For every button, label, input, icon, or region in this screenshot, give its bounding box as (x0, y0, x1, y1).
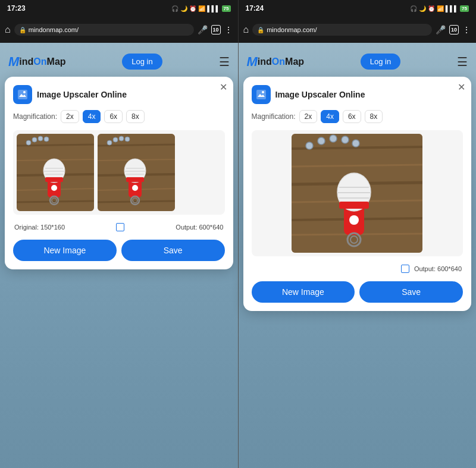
magnification-row-right: Magnification: 2x 4x 6x 8x (252, 110, 464, 123)
mag-4x-left[interactable]: 4x (83, 110, 101, 123)
brand-logo-left: M indOnMap (8, 54, 66, 70)
moon-icon-r: 🌙 (419, 5, 426, 12)
modal-card-left: ✕ Image Upscaler Online Magnification: 2… (5, 77, 233, 269)
wifi-icon: 📶 (198, 5, 205, 12)
svg-point-49 (306, 142, 313, 149)
tab-count-right[interactable]: 10 (449, 25, 459, 34)
status-time-right: 17:24 (246, 4, 264, 12)
lock-icon-right: 🔒 (257, 27, 264, 33)
close-button-right[interactable]: ✕ (458, 83, 465, 92)
images-row-left (13, 130, 225, 215)
status-bar: 17:23 🎧 🌙 ⏰ 📶 ▌▌▌ 75 17:24 🎧 🌙 ⏰ 📶 ▌▌▌ 7… (0, 0, 476, 17)
output-label-left: Output: 600*640 (176, 224, 223, 231)
browser-bar: ⌂ 🔒 mindonmap.com/ 🎤 10 ⋮ ⌂ 🔒 mindonmap.… (0, 17, 476, 43)
checkbox-left[interactable] (116, 223, 124, 231)
menu-dots-right[interactable]: ⋮ (462, 25, 471, 34)
login-button-right[interactable]: Log in (361, 54, 400, 70)
svg-point-41 (262, 91, 264, 93)
svg-point-28 (113, 137, 118, 142)
headphone-icon-r: 🎧 (410, 5, 417, 12)
phone-panel-left: M indOnMap Log in ☰ ✕ Image Upscaler Onl… (0, 43, 238, 468)
svg-rect-40 (256, 90, 266, 99)
status-left: 17:23 🎧 🌙 ⏰ 📶 ▌▌▌ 75 (0, 0, 238, 17)
tab-count-left[interactable]: 10 (211, 25, 221, 34)
alarm-icon: ⏰ (189, 5, 196, 12)
svg-rect-59 (339, 202, 369, 209)
svg-point-30 (125, 137, 130, 142)
battery-badge-left: 75 (222, 5, 231, 12)
menu-dots-left[interactable]: ⋮ (224, 25, 233, 34)
main-area: M indOnMap Log in ☰ ✕ Image Upscaler Onl… (0, 43, 476, 468)
output-label-right: Output: 600*640 (414, 265, 462, 272)
alarm-icon-r: ⏰ (428, 5, 435, 12)
url-bar-left[interactable]: 🔒 mindonmap.com/ (14, 24, 194, 36)
hamburger-icon-left[interactable]: ☰ (219, 55, 230, 69)
modal-title-right: Image Upscaler Online (275, 90, 365, 99)
mag-2x-right[interactable]: 2x (299, 110, 318, 123)
logo-m-right: M (247, 54, 258, 70)
svg-point-1 (23, 91, 26, 93)
action-row-right: New Image Save (252, 281, 464, 303)
info-row-left: Original: 150*160 Output: 600*640 (13, 221, 225, 234)
status-time-left: 17:23 (7, 4, 26, 12)
status-icons-right: 🎧 🌙 ⏰ 📶 ▌▌▌ 75 (410, 5, 469, 12)
status-right: 17:24 🎧 🌙 ⏰ 📶 ▌▌▌ 75 (239, 0, 477, 17)
info-row-right: Output: 600*640 (252, 262, 464, 275)
svg-point-29 (119, 136, 124, 141)
status-icons-left: 🎧 🌙 ⏰ 📶 ▌▌▌ 75 (171, 5, 230, 12)
modal-header-right: Image Upscaler Online (252, 85, 464, 104)
logo-m-left: M (8, 54, 19, 70)
mag-8x-right[interactable]: 8x (365, 110, 383, 123)
svg-point-52 (342, 136, 349, 143)
browser-half-left: ⌂ 🔒 mindonmap.com/ 🎤 10 ⋮ (0, 17, 238, 43)
output-image-left (98, 134, 175, 211)
svg-point-53 (352, 140, 359, 147)
image-single-right (252, 130, 464, 256)
svg-point-9 (32, 137, 37, 142)
brand-logo-right: M indOnMap (247, 54, 305, 70)
mag-8x-left[interactable]: 8x (126, 110, 145, 123)
svg-rect-36 (126, 177, 144, 182)
logo-text-right: indOnMap (258, 56, 304, 67)
url-text-right: mindonmap.com/ (267, 26, 317, 33)
headphone-icon: 🎧 (171, 5, 178, 12)
save-button-right[interactable]: Save (359, 281, 463, 303)
logo-text-left: indOnMap (19, 56, 65, 67)
signal-icon: ▌▌▌ (207, 5, 220, 12)
svg-point-18 (51, 185, 57, 191)
browser-half-right: ⌂ 🔒 mindonmap.com/ 🎤 10 ⋮ (239, 17, 477, 43)
hamburger-icon-right[interactable]: ☰ (457, 55, 468, 69)
login-button-left[interactable]: Log in (122, 54, 162, 70)
svg-rect-17 (45, 177, 63, 182)
mag-4x-right[interactable]: 4x (321, 110, 339, 123)
svg-point-50 (318, 137, 325, 145)
home-icon-right[interactable]: ⌂ (243, 24, 249, 35)
home-icon-left[interactable]: ⌂ (5, 24, 11, 35)
wifi-icon-r: 📶 (437, 5, 444, 12)
modal-icon-right (252, 85, 271, 104)
svg-point-27 (107, 140, 112, 145)
save-button-left[interactable]: Save (121, 240, 225, 261)
mic-icon-right[interactable]: 🎤 (436, 25, 446, 34)
mag-6x-left[interactable]: 6x (104, 110, 123, 123)
action-row-left: New Image Save (13, 240, 225, 261)
new-image-button-right[interactable]: New Image (252, 281, 355, 303)
mag-6x-right[interactable]: 6x (343, 110, 361, 123)
mag-2x-left[interactable]: 2x (61, 110, 79, 123)
url-bar-right[interactable]: 🔒 mindonmap.com/ (252, 24, 432, 36)
battery-badge-right: 75 (460, 5, 469, 12)
svg-point-37 (132, 185, 138, 191)
original-label-left: Original: 150*160 (14, 224, 65, 231)
checkbox-right[interactable] (401, 265, 409, 273)
modal-icon-left (13, 85, 32, 104)
close-button-left[interactable]: ✕ (220, 83, 227, 92)
signal-icon-r: ▌▌▌ (446, 5, 458, 12)
svg-rect-0 (18, 90, 27, 99)
mic-icon-left[interactable]: 🎤 (198, 25, 208, 34)
output-image-right (292, 134, 422, 253)
new-image-button-left[interactable]: New Image (13, 240, 117, 261)
url-text-left: mindonmap.com/ (29, 26, 79, 33)
svg-point-8 (26, 140, 31, 145)
phone-panel-right: M indOnMap Log in ☰ ✕ Image Upscaler Onl… (238, 43, 477, 468)
moon-icon: 🌙 (180, 5, 187, 12)
